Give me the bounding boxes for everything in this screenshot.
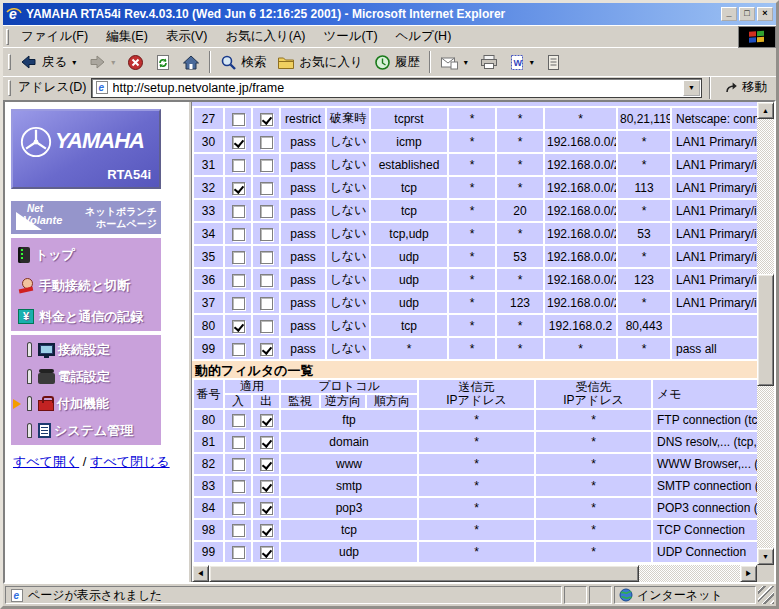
scroll-up-button[interactable]: ▲: [757, 102, 774, 119]
svg-text:e: e: [14, 590, 20, 601]
menu-item[interactable]: お気に入り(A): [216, 27, 314, 45]
apply-in-checkbox[interactable]: [232, 182, 245, 195]
resize-grip[interactable]: [758, 586, 774, 604]
col-header-protocol: プロトコル: [281, 380, 417, 393]
apply-in-checkbox[interactable]: [232, 251, 245, 264]
go-button[interactable]: 移動: [718, 79, 773, 96]
favorites-button[interactable]: お気に入り: [272, 50, 367, 75]
document-icon: [546, 54, 561, 71]
search-button[interactable]: 検索: [215, 50, 271, 75]
apply-in-checkbox[interactable]: [232, 458, 245, 471]
print-button[interactable]: [475, 50, 503, 75]
menu-grip[interactable]: [6, 29, 9, 45]
netvolante-banner[interactable]: Net Volante ネットボランチ ホームページ: [11, 201, 161, 234]
apply-out-checkbox[interactable]: [260, 297, 273, 310]
apply-out-checkbox[interactable]: [260, 228, 273, 241]
title-bar: e YAMAHA RTA54i Rev.4.03.10 (Wed Jun 6 1…: [3, 3, 776, 25]
apply-out-checkbox[interactable]: [260, 480, 273, 493]
menu-item[interactable]: 表示(V): [157, 27, 217, 45]
close-button[interactable]: ×: [757, 7, 773, 21]
filter-protocol: tcp: [371, 200, 447, 221]
menu-item[interactable]: ヘルプ(H): [387, 27, 461, 45]
source-port: *: [497, 154, 543, 175]
sidebar-item[interactable]: 付加機能: [11, 390, 161, 417]
apply-out-checkbox[interactable]: [260, 274, 273, 287]
apply-in-checkbox[interactable]: [232, 159, 245, 172]
apply-in-checkbox[interactable]: [232, 343, 245, 356]
filter-memo: SMTP connection (tcp: [653, 476, 757, 496]
apply-in-checkbox[interactable]: [232, 546, 245, 559]
sidebar-item[interactable]: トップ: [11, 239, 161, 270]
apply-out-checkbox[interactable]: [260, 524, 273, 537]
filter-number: 31: [194, 154, 223, 175]
scroll-left-button[interactable]: ◀: [192, 565, 209, 582]
apply-in-checkbox[interactable]: [232, 436, 245, 449]
apply-out-checkbox[interactable]: [260, 182, 273, 195]
history-button[interactable]: 履歴: [369, 50, 425, 75]
scroll-right-button[interactable]: ▶: [740, 565, 757, 582]
sidebar-item[interactable]: システム管理: [11, 417, 161, 444]
expand-all-link[interactable]: すべて開く: [13, 454, 79, 469]
minimize-button[interactable]: _: [721, 7, 737, 21]
apply-in-checkbox[interactable]: [232, 205, 245, 218]
maximize-button[interactable]: □: [739, 7, 755, 21]
filter-type: pass: [281, 177, 325, 198]
apply-in-checkbox[interactable]: [232, 297, 245, 310]
apply-out-checkbox[interactable]: [260, 205, 273, 218]
sidebar-item-icon: [38, 373, 55, 384]
apply-out-checkbox[interactable]: [260, 136, 273, 149]
back-dropdown-icon[interactable]: ▾: [71, 58, 77, 67]
apply-out-checkbox[interactable]: [260, 436, 273, 449]
filter-protocol: tcp: [371, 315, 447, 336]
apply-in-checkbox[interactable]: [232, 524, 245, 537]
apply-out-checkbox[interactable]: [260, 113, 273, 126]
apply-in-checkbox[interactable]: [232, 480, 245, 493]
sidebar-item[interactable]: 接続設定: [11, 336, 161, 363]
apply-in-checkbox[interactable]: [232, 228, 245, 241]
apply-out-checkbox[interactable]: [260, 343, 273, 356]
mail-button[interactable]: ▾: [435, 50, 474, 75]
mail-dropdown-icon[interactable]: ▾: [463, 58, 469, 67]
forward-dropdown-icon[interactable]: ▾: [110, 58, 116, 67]
address-grip[interactable]: [8, 80, 11, 96]
scroll-down-button[interactable]: ▼: [757, 548, 774, 565]
horizontal-scroll-thumb[interactable]: [209, 565, 639, 582]
static-filter-row: 80 pass しない tcp * * 192.168.0.2 80,443: [194, 315, 757, 336]
refresh-button[interactable]: [150, 50, 176, 75]
apply-out-checkbox[interactable]: [260, 320, 273, 333]
sidebar-item[interactable]: 手動接続と切断: [11, 270, 161, 301]
source-port: *: [497, 108, 543, 129]
vertical-scrollbar[interactable]: ▲ ▼: [757, 102, 774, 565]
apply-in-checkbox[interactable]: [232, 274, 245, 287]
frameset: YAMAHA RTA54i Net Volante ネットボランチ ホームページ: [3, 100, 776, 584]
apply-in-checkbox[interactable]: [232, 136, 245, 149]
stop-button[interactable]: [122, 50, 149, 75]
apply-in-checkbox[interactable]: [232, 502, 245, 515]
apply-in-checkbox[interactable]: [232, 113, 245, 126]
sidebar-item[interactable]: 電話設定: [11, 363, 161, 390]
collapse-all-link[interactable]: すべて閉じる: [90, 454, 170, 469]
menu-item[interactable]: ツール(T): [315, 27, 387, 45]
sidebar-item[interactable]: 料金と通信の記録: [11, 301, 161, 332]
apply-out-checkbox[interactable]: [260, 414, 273, 427]
forward-button[interactable]: ▾: [83, 50, 121, 75]
apply-out-checkbox[interactable]: [260, 502, 273, 515]
edit-dropdown-icon[interactable]: ▾: [529, 58, 535, 67]
apply-in-checkbox[interactable]: [232, 414, 245, 427]
apply-out-checkbox[interactable]: [260, 159, 273, 172]
apply-out-checkbox[interactable]: [260, 251, 273, 264]
address-input[interactable]: e http://setup.netvolante.jp/frame ▼: [91, 78, 702, 98]
vertical-scroll-thumb[interactable]: [757, 274, 774, 386]
back-button[interactable]: 戻る ▾: [15, 50, 82, 75]
horizontal-scrollbar[interactable]: ◀ ▶: [192, 565, 757, 582]
apply-out-checkbox[interactable]: [260, 458, 273, 471]
menu-item[interactable]: 編集(E): [97, 27, 157, 45]
toolbar-grip[interactable]: [8, 54, 11, 70]
apply-in-checkbox[interactable]: [232, 320, 245, 333]
menu-item[interactable]: ファイル(F): [12, 27, 97, 45]
document-button[interactable]: [541, 50, 566, 75]
home-button[interactable]: [177, 50, 205, 75]
edit-button[interactable]: W ▾: [504, 50, 540, 75]
apply-out-checkbox[interactable]: [260, 546, 273, 559]
address-dropdown-button[interactable]: ▼: [683, 80, 700, 96]
